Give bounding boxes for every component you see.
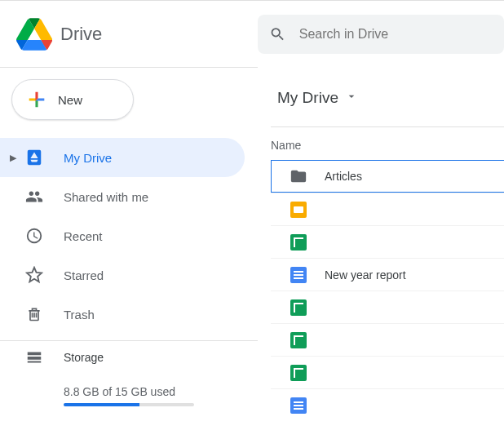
sidebar-item-recent[interactable]: Recent [0,216,245,255]
expand-arrow-icon: ▶ [10,153,20,163]
drive-logo-icon [16,18,52,51]
sidebar-item-trash[interactable]: Trash [0,295,245,334]
file-list: ArticlesNew year report [271,160,504,421]
sidebar-item-my-drive[interactable]: ▶ My Drive [0,138,245,177]
sidebar-item-label: Trash [64,308,95,321]
new-button[interactable]: New [11,79,134,120]
header-logo-area: Drive [0,1,258,68]
breadcrumb[interactable]: My Drive [271,86,365,110]
sidebar-item-label: Shared with me [64,190,148,204]
file-row[interactable] [271,290,504,323]
doc-icon [289,396,308,415]
trash-icon [24,304,44,324]
file-row[interactable]: Articles [271,160,504,193]
storage-icon [24,348,44,367]
slides-icon [289,200,308,220]
new-button-label: New [58,93,82,107]
file-row[interactable] [271,356,504,388]
chevron-down-icon [345,89,358,107]
sidebar-item-shared[interactable]: Shared with me [0,177,245,216]
column-header-name[interactable]: Name [271,127,504,160]
folder-icon [289,166,308,186]
header-search-area [258,1,504,68]
storage-link[interactable]: Storage [24,348,258,367]
sidebar-item-starred[interactable]: Starred [0,255,245,295]
recent-icon [24,226,44,246]
file-row[interactable] [271,323,504,356]
search-box[interactable] [258,15,504,54]
storage-usage-text: 8.8 GB of 15 GB used [64,385,258,398]
search-input[interactable] [299,27,493,42]
file-row[interactable] [271,193,504,225]
breadcrumb-label: My Drive [277,89,338,107]
doc-icon [289,265,308,285]
plus-icon [25,88,48,111]
file-name: New year report [325,268,406,282]
storage-bar-fill [64,403,139,406]
file-row[interactable]: New year report [271,258,504,290]
shared-icon [24,187,44,206]
my-drive-icon [24,148,44,167]
sidebar-item-label: Recent [64,229,103,243]
sidebar-item-label: Starred [64,268,104,282]
star-icon [24,265,44,285]
main-content: My Drive Name ArticlesNew year report [258,68,504,439]
storage-bar [64,403,194,406]
sidebar: New ▶ My Drive Shared with me [0,68,258,439]
file-name: Articles [325,170,362,183]
search-icon [269,24,286,44]
sheet-icon [289,233,308,252]
sidebar-divider [0,340,258,341]
file-row[interactable] [271,388,504,421]
storage-label-text: Storage [64,351,104,364]
sidebar-item-label: My Drive [64,151,112,165]
product-name: Drive [60,24,102,45]
file-row[interactable] [271,225,504,258]
sheet-icon [289,330,308,350]
sheet-icon [289,363,308,383]
sheet-icon [289,298,308,317]
